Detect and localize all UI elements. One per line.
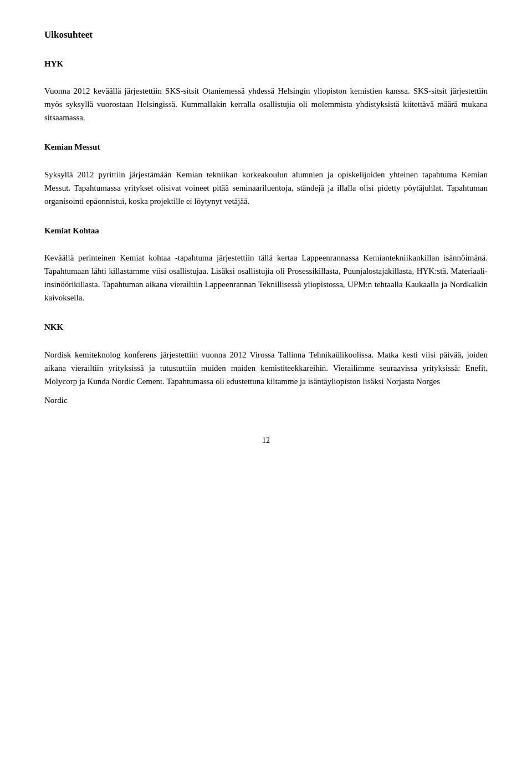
spacer bbox=[44, 74, 488, 84]
nkk-paragraph-2: Nordic bbox=[44, 396, 68, 405]
kemiat-kohtaa-paragraph-1: Keväällä perinteinen Kemiat kohtaa -tapa… bbox=[44, 251, 488, 304]
nkk-paragraph-1: Nordisk kemiteknolog konferens järjestet… bbox=[44, 348, 488, 388]
hyk-section: HYK Vuonna 2012 keväällä järjestettiin S… bbox=[44, 58, 488, 125]
kemiat-kohtaa-heading: Kemiat Kohtaa bbox=[44, 224, 488, 237]
spacer4 bbox=[44, 338, 488, 348]
page-container: Ulkosuhteet HYK Vuonna 2012 keväällä jär… bbox=[44, 28, 488, 446]
page-number-container: 12 bbox=[44, 435, 488, 446]
spacer3 bbox=[44, 241, 488, 251]
main-heading: Ulkosuhteet bbox=[44, 28, 488, 42]
nkk-heading: NKK bbox=[44, 321, 488, 334]
kemiat-kohtaa-section: Kemiat Kohtaa Keväällä perinteinen Kemia… bbox=[44, 224, 488, 305]
hyk-paragraph-1: Vuonna 2012 keväällä järjestettiin SKS-s… bbox=[44, 84, 488, 124]
kemian-messut-paragraph-1: Syksyllä 2012 pyrittiin järjestämään Kem… bbox=[44, 168, 488, 208]
kemian-messut-section: Kemian Messut Syksyllä 2012 pyrittiin jä… bbox=[44, 141, 488, 208]
nkk-section: NKK Nordisk kemiteknolog konferens järje… bbox=[44, 321, 488, 407]
hyk-heading: HYK bbox=[44, 58, 488, 70]
kemian-messut-heading: Kemian Messut bbox=[44, 141, 488, 154]
page-number: 12 bbox=[262, 436, 270, 445]
spacer2 bbox=[44, 158, 488, 168]
